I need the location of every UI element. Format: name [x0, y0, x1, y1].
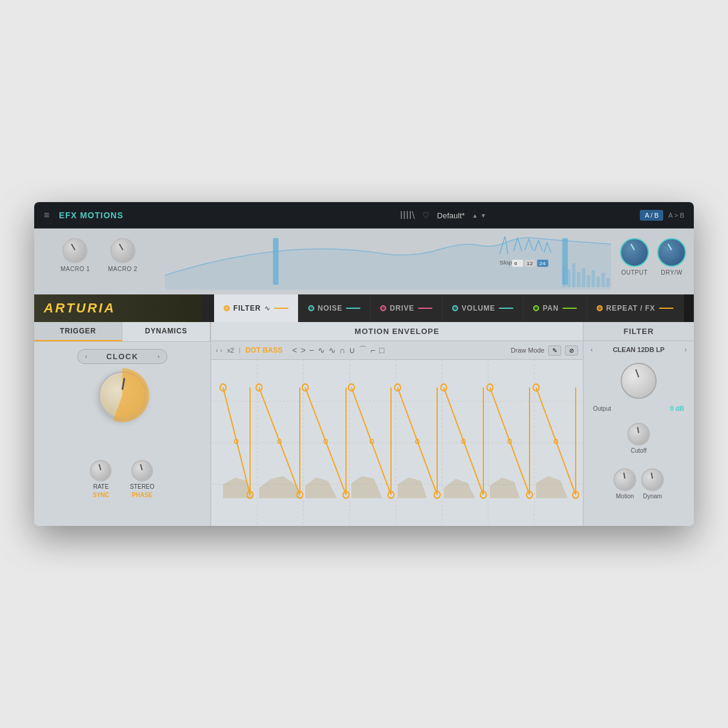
waveform-icon[interactable]: IIII\ [400, 209, 415, 222]
shape-ramp2[interactable]: ⌐ [371, 345, 375, 356]
output-label: OUTPUT [621, 269, 648, 276]
right-panel: FILTER ‹ CLEAN 12DB LP › Output 0 dB Cut… [583, 322, 694, 526]
shape-sine1[interactable]: ∿ [318, 345, 325, 356]
svg-text:6: 6 [514, 261, 517, 266]
rate-knob-wrap: Rate SYNC [90, 460, 112, 498]
knob-ring [95, 368, 149, 422]
filter-next[interactable]: › [685, 347, 687, 353]
draw-mode-pen[interactable]: ✎ [548, 345, 561, 356]
shape-ramp1[interactable]: ⌒ [359, 345, 367, 356]
env-prev[interactable]: ‹ [216, 347, 218, 354]
ab-button[interactable]: A / B [640, 210, 663, 221]
volume-line [499, 308, 513, 309]
shape-arc2[interactable]: ∪ [349, 345, 355, 356]
repeat-line [659, 308, 673, 309]
shape-sine2[interactable]: ∿ [329, 345, 336, 356]
main-rate-knob[interactable] [98, 371, 146, 419]
env-separator: | [239, 347, 240, 354]
filter-knob-area: Output 0 dB [583, 358, 694, 418]
tab-filter[interactable]: FILTER ∿ [214, 294, 299, 322]
svg-text:12: 12 [527, 261, 533, 266]
dynamics-tab[interactable]: DYNAMICS [122, 322, 210, 341]
clock-next[interactable]: › [158, 353, 160, 360]
macro2-label: MACRO 2 [108, 266, 137, 272]
filter-header: FILTER [583, 322, 694, 341]
dry-knob[interactable] [657, 238, 686, 267]
big-knob-wrap [98, 371, 146, 419]
top-bar: ≡ EFX MOTIONS IIII\ ♡ Default* ▲ ▼ A / B… [34, 202, 694, 228]
tab-pan[interactable]: PAN [524, 294, 587, 322]
clock-selector[interactable]: ‹ CLoCK › [77, 349, 167, 364]
tab-volume[interactable]: VOLUME [443, 294, 524, 322]
stereo-label: Stereo [130, 483, 154, 490]
tab-drive[interactable]: DRIVE [371, 294, 443, 322]
macro2-knob[interactable] [110, 238, 136, 263]
dry-wrap: DRY/W [657, 238, 686, 276]
app-title: EFX MOTIONS [59, 210, 246, 220]
stereo-sub: PHASE [132, 492, 152, 498]
pan-line [562, 308, 577, 309]
spectrum-display: Slope 6 12 24 [165, 233, 611, 290]
trigger-tab[interactable]: TRIGGER [34, 322, 122, 341]
svg-rect-13 [577, 272, 580, 287]
arturia-logo: ARTURIA [44, 300, 116, 316]
tab-repeat-fx[interactable]: REPEAT / FX [587, 294, 684, 322]
filter-prev[interactable]: ‹ [591, 347, 592, 353]
noise-power[interactable] [308, 305, 314, 311]
cutoff-row: Cutoff [627, 423, 650, 454]
rate-knob[interactable] [90, 460, 112, 482]
env-next[interactable]: › [220, 347, 222, 354]
preset-name: Default* [437, 211, 465, 220]
cutoff-knob[interactable] [627, 423, 650, 446]
stereo-knob-wrap: Stereo PHASE [130, 460, 154, 498]
tab-pan-label: PAN [543, 304, 559, 312]
macros-right: OUTPUT DRY/W [617, 233, 689, 290]
filter-power[interactable] [224, 305, 230, 311]
shape-arc1[interactable]: ∩ [339, 345, 345, 356]
nav-down[interactable]: ▼ [480, 212, 486, 219]
macro1-knob[interactable] [62, 238, 88, 263]
macro1-label: MACRO 1 [61, 266, 90, 272]
bottom-knobs: Rate SYNC Stereo PHASE [90, 460, 154, 498]
left-panel: TRIGGER DYNAMICS ‹ CLoCK › [34, 322, 211, 526]
filter-main-knob[interactable] [621, 363, 657, 399]
ab-arrow[interactable]: A > B [668, 212, 684, 219]
top-bar-center: IIII\ ♡ Default* ▲ ▼ [256, 209, 631, 222]
tabs-area: FILTER ∿ NOISE DRIVE VOLUME PAN [214, 294, 694, 322]
rate-label: Rate [93, 483, 109, 490]
motion-knob[interactable] [613, 468, 636, 491]
clock-prev[interactable]: ‹ [85, 353, 87, 360]
ab-section: A / B A > B [640, 210, 684, 221]
output-value: 0 dB [670, 405, 684, 412]
svg-rect-15 [586, 275, 590, 287]
draw-mode-erase[interactable]: ⊘ [565, 345, 578, 356]
env-preset: DOT BASS [245, 346, 282, 354]
svg-rect-10 [562, 266, 566, 287]
repeat-power[interactable] [597, 305, 603, 311]
shape-square[interactable]: □ [379, 345, 384, 356]
main-content: TRIGGER DYNAMICS ‹ CLoCK › [34, 322, 694, 526]
output-knobs: OUTPUT DRY/W [620, 238, 686, 276]
tab-noise[interactable]: NOISE [299, 294, 371, 322]
output-knob[interactable] [620, 238, 649, 267]
menu-icon[interactable]: ≡ [44, 210, 49, 221]
motion-row: Motion [613, 468, 636, 500]
dynamics-label: Dynam [643, 493, 662, 500]
dynamics-knob[interactable] [641, 468, 664, 491]
shape-right[interactable]: > [300, 345, 305, 356]
arturia-banner: ARTURIA FILTER ∿ NOISE DRIVE VOLUME [34, 294, 694, 322]
volume-power[interactable] [452, 305, 458, 311]
heart-icon[interactable]: ♡ [422, 210, 430, 220]
drive-power[interactable] [380, 305, 386, 311]
svg-rect-18 [601, 273, 605, 287]
env-x2[interactable]: x2 [227, 347, 234, 354]
panel-tabs: TRIGGER DYNAMICS [34, 322, 210, 342]
shape-left[interactable]: < [292, 345, 297, 356]
trigger-content: ‹ CLoCK › Rate SYNC [34, 342, 210, 506]
pan-power[interactable] [533, 305, 539, 311]
nav-up[interactable]: ▲ [472, 212, 478, 219]
svg-rect-11 [567, 269, 571, 287]
shape-line[interactable]: − [309, 345, 314, 356]
stereo-knob[interactable] [131, 460, 153, 482]
shape-buttons: < > − ∿ ∿ ∩ ∪ ⌒ ⌐ □ [292, 345, 384, 356]
